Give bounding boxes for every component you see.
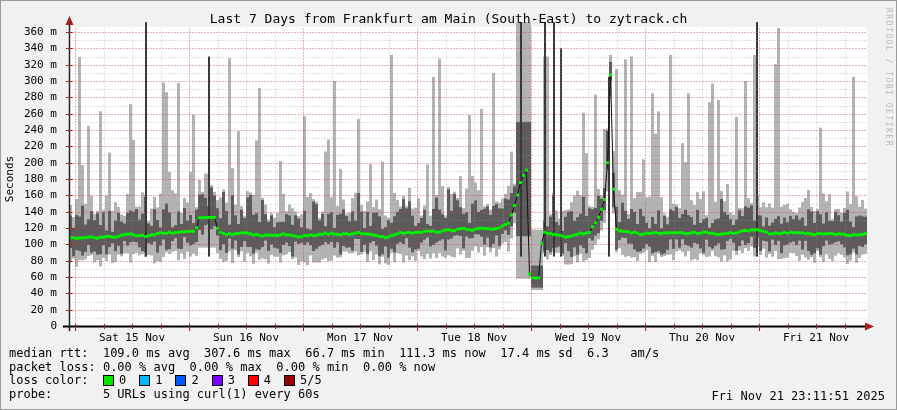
y-tick-label: 120 m xyxy=(3,222,57,234)
y-tick-label: 100 m xyxy=(3,238,57,250)
loss-color-item-2: 2 xyxy=(175,374,198,388)
stats-footer: median rtt: 109.0 ms avg 307.6 ms max 66… xyxy=(9,347,659,401)
x-day-label: Wed 19 Nov xyxy=(555,331,621,344)
y-tick-label: 360 m xyxy=(3,26,57,38)
loss-color-item-1: 1 xyxy=(139,374,162,388)
generated-timestamp: Fri Nov 21 23:11:51 2025 xyxy=(712,389,885,403)
loss-color-swatch xyxy=(103,375,114,386)
y-tick-label: 200 m xyxy=(3,157,57,169)
loss-color-swatch xyxy=(175,375,186,386)
loss-color-item-3: 3 xyxy=(212,374,235,388)
y-tick-label: 140 m xyxy=(3,206,57,218)
x-day-label: Fri 21 Nov xyxy=(783,331,849,344)
x-day-label: Sat 15 Nov xyxy=(99,331,165,344)
loss-color-value: 1 xyxy=(155,374,162,388)
chart-title: Last 7 Days from Frankfurt am Main (Sout… xyxy=(1,11,896,26)
y-tick-label: 180 m xyxy=(3,173,57,185)
y-tick-label: 300 m xyxy=(3,75,57,87)
x-day-label: Thu 20 Nov xyxy=(669,331,735,344)
y-tick-label: 0 xyxy=(3,320,57,332)
y-tick-label: 320 m xyxy=(3,59,57,71)
y-tick-label: 40 m xyxy=(3,287,57,299)
loss-color-swatch xyxy=(139,375,150,386)
loss-color-legend: loss color: 012345/5 xyxy=(9,374,659,388)
y-tick-label: 280 m xyxy=(3,91,57,103)
loss-color-swatch xyxy=(212,375,223,386)
loss-color-label: loss color: xyxy=(9,374,103,388)
x-day-label: Sun 16 Nov xyxy=(213,331,279,344)
y-tick-label: 80 m xyxy=(3,255,57,267)
y-tick-label: 220 m xyxy=(3,140,57,152)
y-tick-label: 20 m xyxy=(3,304,57,316)
median-rtt-stats-line: median rtt: 109.0 ms avg 307.6 ms max 66… xyxy=(9,347,659,361)
x-day-label: Mon 17 Nov xyxy=(327,331,393,344)
loss-color-item-5-5: 5/5 xyxy=(284,374,322,388)
loss-color-value: 4 xyxy=(264,374,271,388)
packet-loss-stats-line: packet loss: 0.00 % avg 0.00 % max 0.00 … xyxy=(9,361,659,375)
y-tick-label: 260 m xyxy=(3,108,57,120)
y-tick-label: 240 m xyxy=(3,124,57,136)
x-day-label: Tue 18 Nov xyxy=(441,331,507,344)
rrdtool-watermark: RRDTOOL / TOBI OETIKER xyxy=(884,8,893,147)
probe-info-line: probe: 5 URLs using curl(1) every 60s xyxy=(9,388,659,402)
loss-color-item-4: 4 xyxy=(248,374,271,388)
loss-color-swatch xyxy=(248,375,259,386)
loss-color-items: 012345/5 xyxy=(103,374,335,388)
y-tick-label: 60 m xyxy=(3,271,57,283)
loss-color-value: 2 xyxy=(191,374,198,388)
y-tick-label: 160 m xyxy=(3,189,57,201)
y-tick-label: 340 m xyxy=(3,42,57,54)
smokeping-graph-window: Last 7 Days from Frankfurt am Main (Sout… xyxy=(0,0,897,410)
loss-color-swatch xyxy=(284,375,295,386)
loss-color-item-0: 0 xyxy=(103,374,126,388)
loss-color-value: 3 xyxy=(228,374,235,388)
loss-color-value: 5/5 xyxy=(300,374,322,388)
loss-color-value: 0 xyxy=(119,374,126,388)
